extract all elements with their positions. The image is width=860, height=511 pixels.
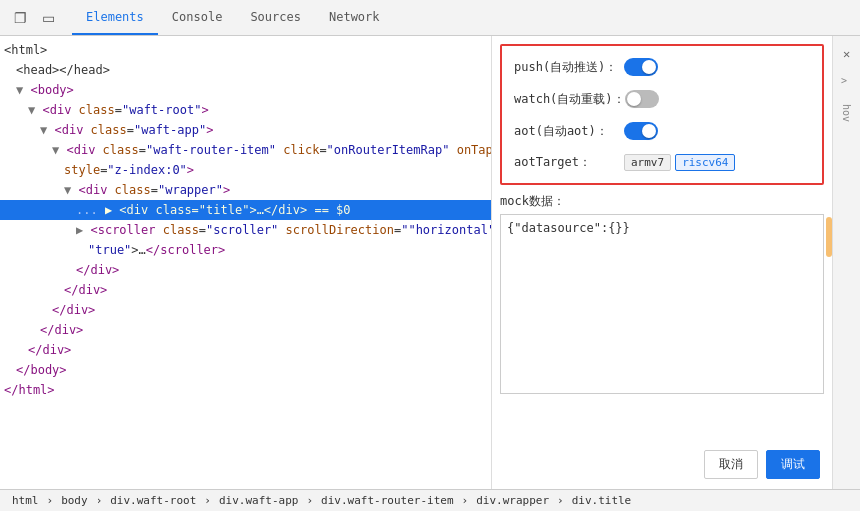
aot-label: aot(自动aot)： [514,123,624,140]
dom-line: </div> [0,280,491,300]
tab-network[interactable]: Network [315,0,394,35]
watch-label: watch(自动重载)： [514,91,625,108]
config-panel: push(自动推送)： watch(自动重载)： aot(自动aot)： [492,36,832,489]
aot-target-tags: armv7 riscv64 [624,154,735,171]
dom-line: style="z-index:0"> [0,160,491,180]
breadcrumb-wrapper[interactable]: div.wrapper [472,493,553,508]
push-row: push(自动推送)： [514,58,810,76]
scroll-indicator [826,217,832,257]
close-side-icon[interactable]: ✕ [837,44,857,64]
tab-console[interactable]: Console [158,0,237,35]
aot-toggle[interactable] [624,122,658,140]
watch-toggle[interactable] [625,90,659,108]
breadcrumb-waft-app[interactable]: div.waft-app [215,493,302,508]
svg-text:>: > [841,75,847,86]
breadcrumb-sep: › [306,494,313,507]
push-toggle-knob [642,60,656,74]
breadcrumb-waft-root[interactable]: div.waft-root [106,493,200,508]
dom-line: </div> [0,260,491,280]
dom-line: ▼ <div class="waft-router-item" click="o… [0,140,491,160]
dom-line: ▶ <scroller class="scroller" scrollDirec… [0,220,491,240]
main-area: <html> <head></head> ▼ <body> ▼ <div cla… [0,36,860,489]
breadcrumb-sep: › [557,494,564,507]
aot-tag-riscv64[interactable]: riscv64 [675,154,735,171]
aot-row: aot(自动aot)： [514,122,810,140]
mock-label: mock数据： [500,193,824,210]
tab-elements[interactable]: Elements [72,0,158,35]
device-icon[interactable]: ▭ [36,6,60,30]
dom-line: ▼ <div class="waft-root"> [0,100,491,120]
breadcrumb-sep: › [462,494,469,507]
cancel-button[interactable]: 取消 [704,450,758,479]
dom-line: </div> [0,320,491,340]
dom-line: </div> [0,340,491,360]
dom-line: ▼ <div class="waft-app"> [0,120,491,140]
dom-line: </html> [0,380,491,400]
push-label: push(自动推送)： [514,59,624,76]
breadcrumb-sep: › [204,494,211,507]
inspect-icon[interactable]: ❐ [8,6,32,30]
mock-section: mock数据： {"datasource":{}} [492,193,832,440]
aot-target-row: aotTarget： armv7 riscv64 [514,154,810,171]
devtools-toolbar: ❐ ▭ Elements Console Sources Network [0,0,860,36]
breadcrumb-sep: › [96,494,103,507]
mock-textarea[interactable]: {"datasource":{}} [500,214,824,394]
tab-sources[interactable]: Sources [236,0,315,35]
dom-line: <html> [0,40,491,60]
push-toggle[interactable] [624,58,658,76]
breadcrumb-html[interactable]: html [8,493,43,508]
aot-target-label: aotTarget： [514,154,624,171]
dom-line: </div> [0,300,491,320]
breadcrumb-body[interactable]: body [57,493,92,508]
breadcrumb-sep: › [47,494,54,507]
watch-toggle-knob [627,92,641,106]
dom-line: ▼ <body> [0,80,491,100]
dom-line: <head></head> [0,60,491,80]
tab-bar: Elements Console Sources Network [72,0,394,35]
side-label: hov [841,104,852,122]
breadcrumb-title[interactable]: div.title [568,493,636,508]
debug-button[interactable]: 调试 [766,450,820,479]
dom-line: ▼ <div class="wrapper"> [0,180,491,200]
breadcrumb-waft-router-item[interactable]: div.waft-router-item [317,493,457,508]
aot-tag-armv7[interactable]: armv7 [624,154,671,171]
action-row: 取消 调试 [492,440,832,489]
dom-line: </body> [0,360,491,380]
dom-panel[interactable]: <html> <head></head> ▼ <body> ▼ <div cla… [0,36,492,489]
right-side-panel: ✕ > hov [832,36,860,489]
config-box: push(自动推送)： watch(自动重载)： aot(自动aot)： [500,44,824,185]
chevron-icon[interactable]: > [837,70,857,90]
watch-row: watch(自动重载)： [514,90,810,108]
dom-line: "true">…</scroller> [0,240,491,260]
dom-line-selected[interactable]: ... ▶ <div class="title">…</div> == $0 [0,200,491,220]
breadcrumb-bar: html › body › div.waft-root › div.waft-a… [0,489,860,511]
aot-toggle-knob [642,124,656,138]
